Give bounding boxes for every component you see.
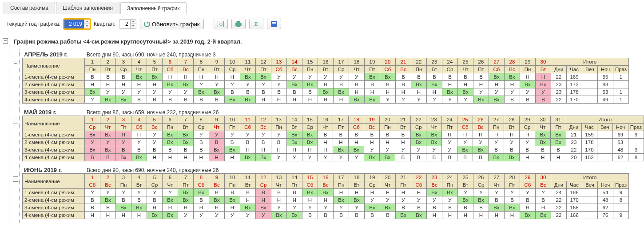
cell[interactable]: Н (194, 73, 209, 81)
cell[interactable]: Вх (287, 212, 302, 219)
cell[interactable]: Н (442, 212, 458, 219)
cell[interactable]: Н (551, 154, 566, 161)
cell[interactable]: Н (504, 131, 520, 139)
cell[interactable]: Н (116, 212, 131, 219)
cell[interactable]: Вх (131, 204, 147, 212)
cell[interactable]: Вх (116, 96, 131, 104)
cell[interactable]: У (225, 212, 240, 219)
tab-1[interactable]: Шаблон заполнения (56, 2, 119, 14)
cell[interactable]: У (365, 196, 380, 204)
cell[interactable]: Н (333, 139, 349, 146)
cell[interactable]: Вх (489, 154, 504, 161)
cell[interactable]: В (442, 154, 457, 161)
cell[interactable]: Вх (100, 196, 116, 204)
cell[interactable]: В (240, 139, 255, 146)
cell[interactable]: В (349, 131, 364, 139)
cell[interactable]: В (84, 154, 100, 161)
cell[interactable]: Вх (426, 139, 442, 146)
cell[interactable]: Вх (209, 88, 225, 96)
cell[interactable]: Вх (225, 96, 240, 104)
cell[interactable]: Н (193, 154, 209, 161)
cell[interactable]: Н (225, 73, 240, 81)
cell[interactable]: В (131, 196, 147, 204)
cell[interactable]: Вх (178, 81, 194, 88)
cell[interactable]: У (334, 73, 349, 81)
cell[interactable]: У (194, 81, 209, 88)
cell[interactable]: Н (473, 212, 489, 219)
cell[interactable]: У (209, 81, 225, 88)
cell[interactable]: Н (380, 88, 396, 96)
cell[interactable]: В (302, 88, 318, 96)
cell[interactable]: Вх (349, 96, 365, 104)
cell[interactable]: У (489, 189, 505, 196)
cell[interactable]: Н (318, 139, 333, 146)
cell[interactable]: У (442, 96, 458, 104)
cell[interactable]: Н (131, 212, 147, 219)
cell[interactable]: Вх (100, 146, 115, 154)
cell[interactable]: У (147, 131, 162, 139)
cell[interactable]: В (473, 204, 489, 212)
cell[interactable]: Н (380, 139, 395, 146)
cell[interactable]: Н (240, 146, 255, 154)
cell[interactable]: В (395, 154, 411, 161)
cell[interactable]: Вх (505, 204, 520, 212)
cell[interactable]: В (178, 146, 193, 154)
cell[interactable]: В (380, 212, 396, 219)
tab-0[interactable]: Состав режима (4, 2, 55, 14)
cell[interactable]: Н (349, 88, 365, 96)
cell[interactable]: Вх (302, 189, 318, 196)
cell[interactable]: Н (489, 212, 505, 219)
cell[interactable]: В (349, 81, 365, 88)
cell[interactable]: Вх (178, 139, 193, 146)
cell[interactable]: У (255, 131, 271, 139)
cell[interactable]: Н (395, 139, 411, 146)
cell[interactable]: Вх (147, 73, 163, 81)
cell[interactable]: Вх (334, 88, 349, 96)
cell[interactable]: Вх (194, 189, 209, 196)
cell[interactable]: Вх (411, 81, 427, 88)
cell[interactable]: Вх (255, 154, 271, 161)
cell[interactable]: Н (256, 96, 271, 104)
cell[interactable]: Вх (505, 73, 520, 81)
cell[interactable]: У (364, 146, 380, 154)
cell[interactable]: Н (131, 81, 147, 88)
cell[interactable]: Вх (100, 96, 116, 104)
cell[interactable]: Вх (426, 131, 442, 139)
cell[interactable]: Н (271, 146, 286, 154)
cell[interactable]: Н (427, 88, 442, 96)
cell[interactable]: Вх (209, 146, 224, 154)
cell[interactable]: Н (520, 131, 535, 139)
expander-root[interactable]: − (2, 37, 9, 44)
cell[interactable]: Вх (256, 73, 271, 81)
cell[interactable]: У (396, 96, 411, 104)
cell[interactable]: В (147, 196, 163, 204)
cell[interactable]: Вх (535, 139, 551, 146)
cell[interactable]: У (225, 81, 240, 88)
cell[interactable]: У (85, 189, 100, 196)
cell[interactable]: Вх (163, 196, 178, 204)
cell[interactable]: В (85, 73, 100, 81)
year-spinner[interactable]: ▲▼ (64, 19, 90, 29)
cell[interactable]: В (100, 204, 116, 212)
cell[interactable]: В (255, 139, 271, 146)
cell[interactable]: Н (287, 96, 302, 104)
cell[interactable]: У (505, 189, 520, 196)
cell[interactable]: У (489, 139, 504, 146)
cell[interactable]: В (100, 73, 116, 81)
cell[interactable]: Вх (333, 146, 349, 154)
cell[interactable]: В (411, 154, 426, 161)
cell[interactable]: Н (365, 88, 380, 96)
cell[interactable]: У (458, 189, 473, 196)
cell[interactable]: У (240, 81, 256, 88)
cell[interactable]: В (225, 88, 240, 96)
cell[interactable]: Н (85, 81, 100, 88)
cell[interactable]: У (256, 81, 271, 88)
cell[interactable]: Н (147, 154, 162, 161)
cell[interactable]: Н (396, 88, 411, 96)
cell[interactable]: Н (364, 139, 380, 146)
cell[interactable]: У (473, 189, 489, 196)
cell[interactable]: Вх (334, 196, 349, 204)
cell[interactable]: В (473, 73, 489, 81)
cell[interactable]: У (349, 204, 365, 212)
cell[interactable]: В (209, 189, 225, 196)
